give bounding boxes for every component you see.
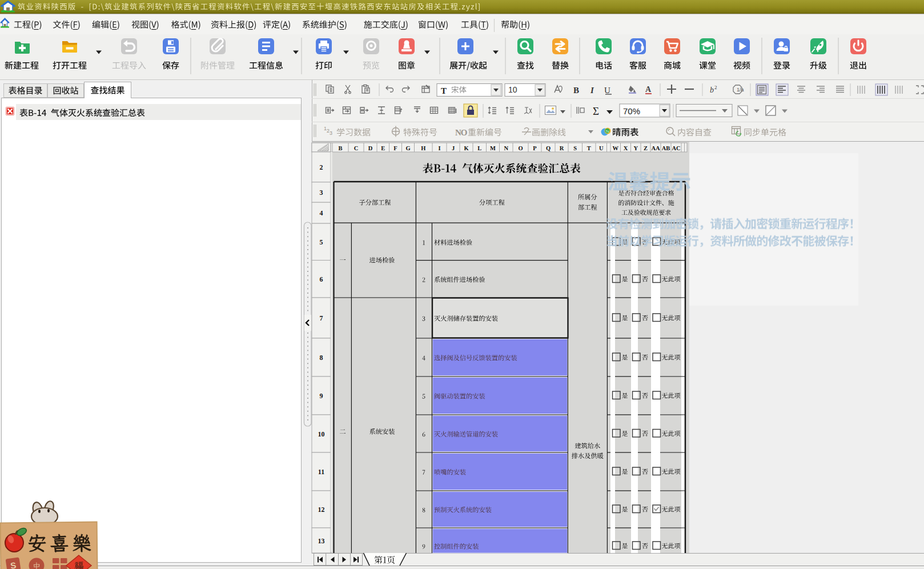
svg-text:X: X [624,145,628,151]
svg-text:Y: Y [633,145,638,151]
svg-text:K: K [464,145,469,151]
svg-text:W: W [613,145,619,151]
svg-text:5: 5 [320,238,323,246]
svg-text:7c: 7c [605,130,609,133]
svg-text:9: 9 [320,392,323,400]
svg-text:I: I [590,86,594,95]
svg-text:T: T [587,145,591,151]
svg-text:6: 6 [320,275,323,283]
svg-text:U: U [604,86,610,95]
svg-text:M: M [490,145,496,151]
svg-text:NO: NO [455,128,467,137]
svg-text:S: S [573,145,577,151]
svg-text:AC: AC [672,145,680,151]
svg-text:Σ: Σ [593,105,599,117]
svg-text:A: A [645,85,652,94]
svg-text:E: E [381,145,385,151]
svg-text:1/a: 1/a [737,87,744,93]
svg-text:U: U [599,145,604,151]
svg-text:3: 3 [330,130,332,136]
svg-text:8: 8 [320,354,323,362]
svg-text:10: 10 [318,430,325,438]
svg-text:B: B [573,86,579,95]
svg-text:AB: AB [662,145,670,151]
svg-text:11: 11 [318,468,324,476]
svg-text:13: 13 [318,537,325,545]
svg-text:AA: AA [651,145,660,151]
svg-text:Q: Q [546,145,551,151]
svg-text:b: b [710,86,714,94]
svg-text:10: 10 [508,85,517,94]
svg-text:70%: 70% [623,106,640,116]
svg-text:D: D [368,145,373,151]
svg-text:B: B [338,145,342,151]
svg-text:R: R [560,145,564,151]
svg-text:I: I [438,145,440,151]
svg-text:4: 4 [320,209,323,217]
svg-text:N: N [504,145,508,151]
svg-text:Z: Z [644,145,648,151]
svg-text:O: O [518,145,523,151]
svg-text:H: H [421,145,425,151]
svg-text:P: P [533,145,537,151]
svg-text:7: 7 [320,314,323,322]
svg-text:J: J [452,145,455,151]
svg-text:2: 2 [714,85,717,90]
svg-text:F: F [393,145,397,151]
svg-text:C: C [354,145,359,151]
svg-text:2: 2 [320,163,323,171]
svg-text:12: 12 [318,506,325,514]
svg-text:T: T [441,86,447,95]
svg-text:G: G [405,145,410,151]
svg-text:3: 3 [320,189,323,197]
svg-text:L: L [477,145,481,151]
